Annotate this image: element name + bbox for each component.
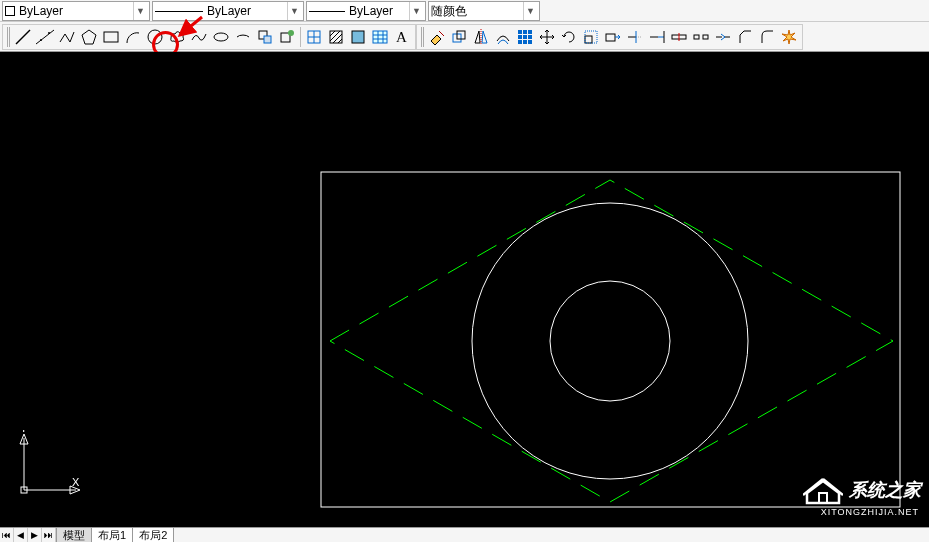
insert-block-tool[interactable] (254, 26, 276, 48)
entity-circle-outer (472, 203, 748, 479)
ucs-y-label: Y (20, 430, 28, 434)
svg-line-19 (333, 34, 342, 43)
color-label: 随颜色 (431, 3, 523, 20)
watermark-text: 系统之家 (849, 478, 921, 502)
make-block-tool[interactable] (276, 26, 298, 48)
spline-tool[interactable] (188, 26, 210, 48)
svg-rect-52 (694, 35, 699, 39)
svg-rect-38 (518, 40, 522, 44)
copy-tool[interactable] (448, 26, 470, 48)
join-tool[interactable] (712, 26, 734, 48)
svg-rect-22 (373, 31, 387, 43)
svg-text:A: A (396, 29, 407, 45)
linetype2-label: ByLayer (349, 4, 409, 18)
move-tool[interactable] (536, 26, 558, 48)
property-bar: ByLayer ▼ ByLayer ▼ ByLayer ▼ 随颜色 ▼ (0, 0, 929, 22)
watermark-url: XITONGZHIJIA.NET (821, 507, 919, 517)
construction-line-tool[interactable] (34, 26, 56, 48)
linetype1-dropdown[interactable]: ByLayer ▼ (152, 1, 304, 21)
modify-toolbar (416, 24, 803, 50)
layout-tabs-bar: ⏮ ◀ ▶ ⏭ 模型 布局1 布局2 (0, 527, 929, 542)
drawing-canvas[interactable]: Y X 系统之家 XITONGZHIJIA.NET (0, 52, 929, 527)
draw-toolbar: A (2, 24, 416, 50)
svg-rect-5 (104, 32, 118, 42)
tab-last-button[interactable]: ⏭ (42, 528, 56, 542)
chevron-down-icon: ▼ (287, 2, 301, 20)
tab-layout1-label: 布局1 (98, 528, 126, 543)
grip-icon[interactable] (7, 27, 10, 47)
tab-layout2[interactable]: 布局2 (133, 528, 174, 542)
stretch-tool[interactable] (602, 26, 624, 48)
circle-tool[interactable] (144, 26, 166, 48)
rectangle-tool[interactable] (100, 26, 122, 48)
region-tool[interactable] (347, 26, 369, 48)
svg-point-3 (48, 32, 50, 34)
break-tool[interactable] (690, 26, 712, 48)
grip-icon[interactable] (421, 27, 424, 47)
tab-next-button[interactable]: ▶ (28, 528, 42, 542)
svg-point-2 (40, 39, 42, 41)
mirror-tool[interactable] (470, 26, 492, 48)
tab-layout1[interactable]: 布局1 (92, 528, 133, 542)
svg-line-0 (16, 30, 30, 44)
lineweight-label: ByLayer (19, 4, 133, 18)
svg-rect-53 (703, 35, 708, 39)
line-tool[interactable] (12, 26, 34, 48)
svg-line-20 (338, 39, 342, 43)
linetype1-label: ByLayer (207, 4, 287, 18)
polyline-tool[interactable] (56, 26, 78, 48)
watermark: 系统之家 (803, 475, 921, 505)
table-tool[interactable] (369, 26, 391, 48)
svg-line-17 (330, 31, 335, 36)
square-icon (5, 6, 15, 16)
extend-tool[interactable] (646, 26, 668, 48)
chevron-down-icon: ▼ (133, 2, 147, 20)
svg-line-1 (36, 30, 54, 44)
tab-model-label: 模型 (63, 528, 85, 543)
trim-tool[interactable] (624, 26, 646, 48)
hatch-tool[interactable] (325, 26, 347, 48)
svg-rect-21 (352, 31, 364, 43)
ellipse-arc-tool[interactable] (232, 26, 254, 48)
chamfer-tool[interactable] (734, 26, 756, 48)
entity-rhombus (330, 180, 893, 502)
ucs-icon: Y X (10, 430, 80, 502)
polygon-tool[interactable] (78, 26, 100, 48)
mtext-tool[interactable]: A (391, 26, 413, 48)
scale-tool[interactable] (580, 26, 602, 48)
point-tool[interactable] (303, 26, 325, 48)
linetype2-dropdown[interactable]: ByLayer ▼ (306, 1, 426, 21)
break-at-point-tool[interactable] (668, 26, 690, 48)
tab-model[interactable]: 模型 (57, 528, 92, 542)
tab-first-button[interactable]: ⏮ (0, 528, 14, 542)
chevron-down-icon: ▼ (523, 2, 537, 20)
ellipse-tool[interactable] (210, 26, 232, 48)
svg-rect-10 (264, 36, 271, 43)
color-dropdown[interactable]: 随颜色 ▼ (428, 1, 540, 21)
svg-rect-36 (523, 35, 527, 39)
svg-point-12 (288, 30, 294, 36)
lineweight-dropdown[interactable]: ByLayer ▼ (2, 1, 150, 21)
tab-nav-buttons: ⏮ ◀ ▶ ⏭ (0, 528, 57, 542)
array-tool[interactable] (514, 26, 536, 48)
svg-rect-37 (528, 35, 532, 39)
svg-line-7 (155, 33, 160, 37)
arc-tool[interactable] (122, 26, 144, 48)
offset-tool[interactable] (492, 26, 514, 48)
tab-prev-button[interactable]: ◀ (14, 528, 28, 542)
cad-viewport (0, 52, 929, 527)
svg-rect-41 (585, 36, 592, 43)
entity-rectangle (321, 172, 900, 507)
svg-rect-40 (528, 40, 532, 44)
entity-circle-inner (550, 281, 670, 401)
revision-cloud-tool[interactable] (166, 26, 188, 48)
svg-line-28 (439, 31, 444, 36)
separator (300, 27, 301, 47)
fillet-tool[interactable] (756, 26, 778, 48)
svg-rect-60 (819, 493, 827, 503)
erase-tool[interactable] (426, 26, 448, 48)
ucs-x-label: X (72, 476, 80, 488)
explode-tool[interactable] (778, 26, 800, 48)
line-preview-icon (155, 11, 203, 12)
rotate-tool[interactable] (558, 26, 580, 48)
